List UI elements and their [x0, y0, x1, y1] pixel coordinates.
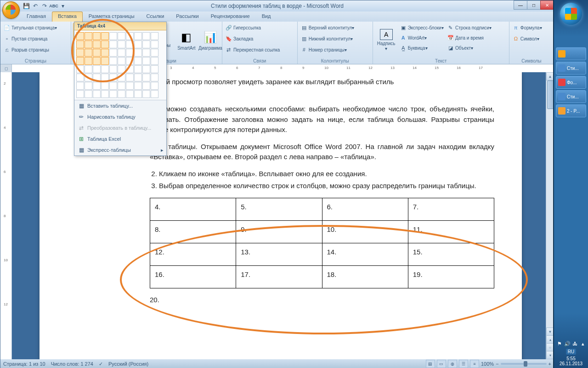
office-button[interactable] [2, 1, 20, 19]
grid-cell[interactable] [142, 74, 150, 81]
grid-cell[interactable] [109, 57, 117, 65]
taskbar-item[interactable]: Сти... [556, 62, 586, 75]
grid-cell[interactable] [109, 74, 117, 81]
table-cell[interactable]: 16. [150, 265, 236, 288]
table-cell[interactable]: 4. [150, 198, 236, 220]
grid-cell[interactable] [85, 32, 92, 40]
grid-cell[interactable] [85, 40, 92, 48]
grid-cell[interactable] [118, 57, 125, 65]
grid-cell[interactable] [126, 49, 134, 57]
grid-cell[interactable] [151, 74, 158, 81]
grid-cell[interactable] [151, 40, 158, 48]
document-text[interactable]: льный просмотр позволяет увидеть заранее… [150, 77, 494, 305]
datetime-button[interactable]: 📅Дата и время [446, 33, 493, 43]
grid-cell[interactable] [85, 82, 92, 90]
grid-cell[interactable] [142, 32, 150, 40]
tab-view[interactable]: Вид [256, 12, 277, 22]
grid-cell[interactable] [151, 57, 158, 65]
symbol-button[interactable]: ΩСимвол ▾ [511, 34, 541, 44]
grid-cell[interactable] [151, 90, 158, 98]
grid-cell[interactable] [85, 57, 92, 65]
tray-date[interactable]: 26.11.2013 [554, 361, 588, 366]
grid-cell[interactable] [101, 82, 109, 90]
signature-button[interactable]: ✎Строка подписи ▾ [446, 23, 493, 33]
grid-cell[interactable] [118, 82, 125, 90]
grid-cell[interactable] [118, 65, 125, 73]
grid-cell[interactable] [76, 32, 84, 40]
grid-cell[interactable] [126, 57, 134, 65]
redo-icon[interactable]: ↷ [41, 2, 48, 10]
grid-cell[interactable] [126, 90, 134, 98]
grid-cell[interactable] [109, 65, 117, 73]
grid-cell[interactable] [85, 49, 92, 57]
taskbar-item[interactable]: Фо... [556, 76, 586, 89]
table-cell[interactable]: 8. [150, 220, 236, 243]
grid-cell[interactable] [85, 90, 92, 98]
grid-cell[interactable] [126, 32, 134, 40]
table-cell[interactable]: 18. [322, 265, 408, 288]
grid-cell[interactable] [76, 65, 84, 73]
grid-cell[interactable] [151, 49, 158, 57]
quickparts-button[interactable]: ▣Экспресс-блоки ▾ [399, 23, 445, 33]
grid-cell[interactable] [142, 82, 150, 90]
grid-cell[interactable] [134, 74, 142, 81]
grid-cell[interactable] [142, 49, 150, 57]
grid-cell[interactable] [109, 49, 117, 57]
view-print-layout[interactable]: ▤ [426, 360, 435, 368]
grid-cell[interactable] [126, 40, 134, 48]
grid-cell[interactable] [118, 74, 125, 81]
table-cell[interactable]: 7. [408, 198, 494, 220]
dropcap-button[interactable]: A̲Буквица ▾ [399, 43, 445, 53]
grid-cell[interactable] [142, 57, 150, 65]
table-cell[interactable]: 11. [408, 220, 494, 243]
grid-cell[interactable] [134, 40, 142, 48]
grid-cell[interactable] [109, 40, 117, 48]
pagenum-button[interactable]: #Номер страницы ▾ [300, 45, 348, 55]
tab-mailings[interactable]: Рассылки [170, 12, 204, 22]
textbox-button[interactable]: AНадпись▾ [375, 23, 398, 58]
grid-cell[interactable] [118, 90, 125, 98]
table-cell[interactable]: 19. [408, 265, 494, 288]
grid-cell[interactable] [93, 32, 101, 40]
grid-cell[interactable] [134, 82, 142, 90]
close-button[interactable]: ✕ [540, 0, 554, 10]
grid-cell[interactable] [109, 90, 117, 98]
table-cell[interactable]: 6. [322, 198, 408, 220]
ruler-corner[interactable]: ◻ [0, 64, 12, 73]
grid-cell[interactable] [93, 49, 101, 57]
grid-cell[interactable] [126, 65, 134, 73]
spellcheck-icon[interactable]: ABC [50, 2, 57, 10]
tray-network-icon[interactable]: 🖧 [572, 340, 578, 347]
grid-cell[interactable] [142, 90, 150, 98]
grid-cell[interactable] [101, 74, 109, 81]
wordart-button[interactable]: AWordArt ▾ [399, 33, 445, 43]
header-button[interactable]: ▤Верхний колонтитул ▾ [300, 23, 356, 33]
blank-page-button[interactable]: ▫Пустая страница [2, 34, 49, 44]
view-full-screen[interactable]: ▭ [437, 360, 446, 368]
grid-cell[interactable] [151, 82, 158, 90]
grid-cell[interactable] [134, 90, 142, 98]
tab-insert[interactable]: Вставка [52, 12, 83, 22]
start-button[interactable] [560, 3, 582, 25]
cover-page-button[interactable]: 📄Титульная страница ▾ [2, 23, 58, 33]
tray-flag-icon[interactable]: ⚑ [556, 340, 563, 347]
grid-cell[interactable] [101, 65, 109, 73]
taskbar-item[interactable]: 2 - P... [556, 104, 586, 117]
grid-cell[interactable] [76, 74, 84, 81]
table-cell[interactable]: 5. [236, 198, 322, 220]
grid-cell[interactable] [101, 90, 109, 98]
save-icon[interactable]: 💾 [23, 2, 30, 10]
grid-cell[interactable] [93, 90, 101, 98]
table-grid-picker[interactable] [74, 30, 166, 100]
grid-cell[interactable] [76, 57, 84, 65]
table-cell[interactable]: 14. [322, 243, 408, 265]
table-cell[interactable]: 12. [150, 243, 236, 265]
status-language[interactable]: Русский (Россия) [108, 361, 148, 367]
view-web[interactable]: ◍ [448, 360, 457, 368]
zoom-out-icon[interactable]: − [496, 361, 498, 367]
draw-table-item[interactable]: ✏Нарисовать таблицу [74, 111, 166, 122]
maximize-button[interactable]: □ [527, 0, 541, 10]
tab-review[interactable]: Рецензирование [205, 12, 256, 22]
grid-cell[interactable] [101, 40, 109, 48]
zoom-slider[interactable] [501, 363, 547, 365]
